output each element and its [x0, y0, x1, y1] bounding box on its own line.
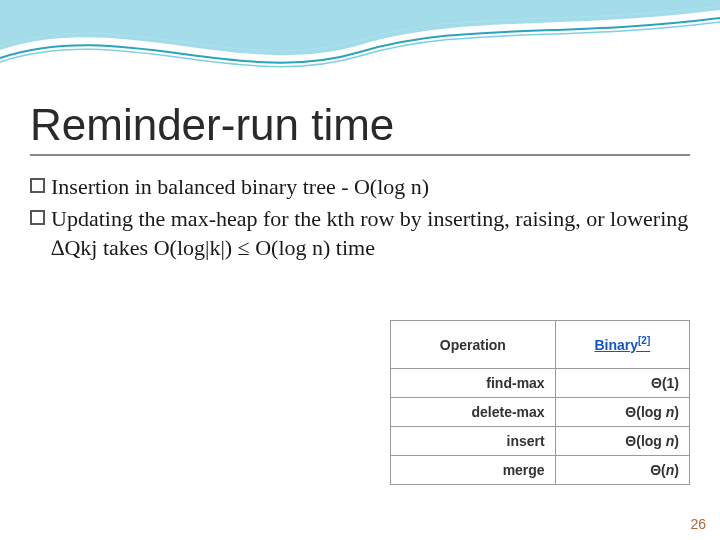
cell-val: Θ(1) — [555, 369, 689, 398]
cell-op: find-max — [391, 369, 556, 398]
table-header-row: Operation Binary[2] — [391, 321, 690, 369]
bullet-box-icon — [30, 210, 45, 225]
decorative-wave — [0, 0, 720, 100]
title-underline — [30, 154, 690, 156]
complexity-table: Operation Binary[2] find-max Θ(1) delete… — [390, 320, 690, 485]
bullet-item: Insertion in balanced binary tree - O(lo… — [30, 172, 690, 202]
table-row: delete-max Θ(log n) — [391, 398, 690, 427]
cell-val: Θ(log n) — [555, 398, 689, 427]
bullet-box-icon — [30, 178, 45, 193]
cell-op: merge — [391, 456, 556, 485]
table-row: find-max Θ(1) — [391, 369, 690, 398]
table-row: insert Θ(log n) — [391, 427, 690, 456]
table-row: merge Θ(n) — [391, 456, 690, 485]
bullet-text: Updating the max-heap for the kth row by… — [51, 204, 690, 263]
page-number: 26 — [690, 516, 706, 532]
bullet-item: Updating the max-heap for the kth row by… — [30, 204, 690, 263]
binary-link[interactable]: Binary[2] — [594, 337, 650, 353]
complexity-table-wrap: Operation Binary[2] find-max Θ(1) delete… — [390, 320, 690, 485]
cell-val: Θ(log n) — [555, 427, 689, 456]
slide-title: Reminder-run time — [30, 100, 690, 150]
bullet-text: Insertion in balanced binary tree - O(lo… — [51, 172, 690, 202]
col-operation: Operation — [391, 321, 556, 369]
col-binary: Binary[2] — [555, 321, 689, 369]
cell-val: Θ(n) — [555, 456, 689, 485]
bullet-list: Insertion in balanced binary tree - O(lo… — [30, 172, 690, 263]
cell-op: insert — [391, 427, 556, 456]
cell-op: delete-max — [391, 398, 556, 427]
